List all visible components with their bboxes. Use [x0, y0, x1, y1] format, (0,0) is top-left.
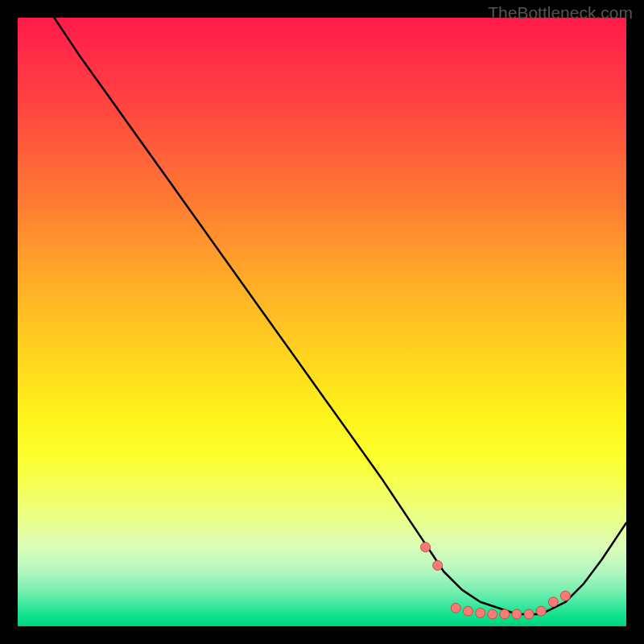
chart-svg — [18, 18, 626, 626]
marker-dot — [463, 606, 473, 616]
marker-dot — [524, 609, 534, 619]
marker-dot — [548, 597, 558, 607]
curve-line — [54, 18, 626, 614]
marker-dot — [476, 608, 485, 617]
marker-dot — [560, 591, 570, 601]
marker-dot — [500, 609, 510, 619]
marker-dot — [536, 606, 546, 616]
marker-dot — [433, 560, 443, 570]
marker-dot — [421, 543, 431, 552]
marker-dot — [451, 603, 460, 613]
plot-area — [18, 18, 626, 626]
marker-dot — [512, 609, 522, 619]
watermark-text: TheBottleneck.com — [488, 3, 633, 23]
marker-dot — [488, 609, 497, 619]
